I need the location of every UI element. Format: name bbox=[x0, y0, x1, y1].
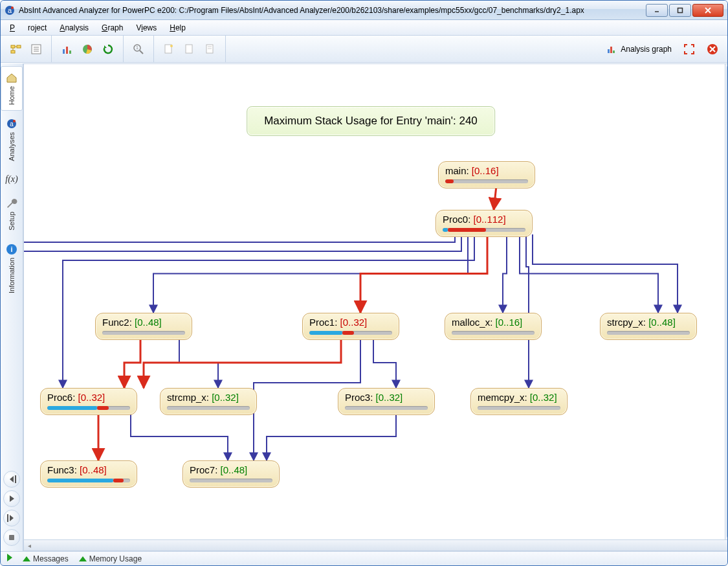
horizontal-scrollbar[interactable]: ◂ ▸ bbox=[24, 539, 727, 550]
stack-usage-banner: Maximum Stack Usage for Entry 'main': 24… bbox=[247, 106, 495, 136]
svg-rect-29 bbox=[613, 51, 615, 53]
toolbar-zoom-icon[interactable]: 1 bbox=[129, 40, 148, 59]
minimize-button[interactable] bbox=[646, 4, 668, 17]
toolbar-open-icon[interactable] bbox=[6, 40, 25, 59]
scroll-left-icon[interactable]: ◂ bbox=[24, 541, 35, 550]
status-play-icon[interactable] bbox=[7, 554, 12, 563]
window-title: AbsInt Advanced Analyzer for PowerPC e20… bbox=[19, 6, 641, 15]
toolbar-chart-icon[interactable] bbox=[57, 40, 76, 59]
graph-node-Proc0[interactable]: Proc0: [0..112] bbox=[436, 210, 533, 237]
app-icon: a bbox=[5, 5, 15, 16]
graph-node-strcpy_x[interactable]: strcpy_x: [0..48] bbox=[600, 313, 697, 340]
media-step-fwd-button[interactable] bbox=[3, 510, 20, 526]
graph-node-Proc6[interactable]: Proc6: [0..32] bbox=[40, 388, 137, 415]
svg-rect-7 bbox=[11, 45, 15, 48]
svg-rect-23 bbox=[186, 45, 192, 53]
graph-node-strcmp_x[interactable]: strcmp_x: [0..32] bbox=[160, 388, 257, 415]
graph-node-Proc1[interactable]: Proc1: [0..32] bbox=[302, 313, 399, 340]
side-tabs: Home a Analyses f(x) Setup i Information bbox=[1, 63, 23, 551]
vertical-scrollbar[interactable] bbox=[725, 64, 727, 539]
toolbar-fullscreen-icon[interactable] bbox=[679, 40, 699, 59]
status-memory-usage[interactable]: Memory Usage bbox=[79, 554, 142, 563]
svg-point-35 bbox=[13, 120, 16, 122]
graph-node-Proc7[interactable]: Proc7: [0..48] bbox=[182, 460, 280, 488]
toolbar-page1-icon[interactable] bbox=[159, 40, 179, 59]
side-tab-setup[interactable]: Setup bbox=[1, 192, 23, 236]
toolbar-close-icon[interactable] bbox=[703, 40, 722, 59]
svg-text:i: i bbox=[10, 245, 12, 253]
graph-node-Func3[interactable]: Func3: [0..48] bbox=[40, 460, 137, 488]
media-step-back-button[interactable] bbox=[3, 471, 20, 488]
graph-node-main[interactable]: main: [0..16] bbox=[438, 161, 535, 188]
menu-help[interactable]: Help bbox=[163, 21, 192, 34]
status-messages[interactable]: Messages bbox=[23, 554, 69, 563]
graph-canvas[interactable]: Maximum Stack Usage for Entry 'main': 24… bbox=[23, 63, 727, 551]
graph-node-memcpy_x[interactable]: memcpy_x: [0..32] bbox=[470, 388, 568, 415]
svg-line-19 bbox=[140, 51, 143, 54]
toolbar-page3-icon[interactable] bbox=[201, 40, 220, 59]
menu-analysis[interactable]: Analysis bbox=[53, 21, 95, 34]
menu-views[interactable]: Views bbox=[129, 21, 163, 34]
toolbar-refresh-icon[interactable] bbox=[98, 40, 118, 59]
fx-icon: f(x) bbox=[5, 174, 17, 185]
svg-rect-14 bbox=[63, 49, 65, 54]
analysis-icon: a bbox=[6, 118, 17, 130]
scroll-right-icon[interactable]: ▸ bbox=[725, 541, 727, 550]
toolbar-page2-icon[interactable] bbox=[180, 40, 199, 59]
side-tab-analyses[interactable]: a Analyses bbox=[1, 112, 23, 167]
svg-rect-4 bbox=[678, 8, 683, 12]
media-stop-button[interactable] bbox=[3, 529, 20, 546]
menu-graph[interactable]: Graph bbox=[95, 21, 129, 34]
svg-point-2 bbox=[11, 6, 14, 9]
svg-point-22 bbox=[170, 45, 173, 47]
svg-rect-16 bbox=[69, 51, 71, 54]
menubar: Project Analysis Graph Views Help bbox=[1, 20, 727, 36]
side-tab-home[interactable]: Home bbox=[1, 66, 23, 111]
toolbar: 1 Analysis graph bbox=[1, 36, 727, 63]
svg-text:1: 1 bbox=[136, 45, 138, 50]
info-icon: i bbox=[6, 243, 17, 255]
side-tab-fx[interactable]: f(x) bbox=[1, 168, 23, 190]
analysis-graph-label[interactable]: Analysis graph bbox=[602, 42, 676, 56]
home-icon bbox=[6, 72, 17, 84]
chart-small-icon bbox=[606, 44, 617, 54]
svg-rect-15 bbox=[66, 47, 68, 54]
close-button[interactable] bbox=[692, 4, 723, 17]
wrench-icon bbox=[6, 198, 17, 209]
statusbar: Messages Memory Usage bbox=[1, 551, 727, 565]
toolbar-list-icon[interactable] bbox=[27, 40, 46, 59]
graph-node-Proc3[interactable]: Proc3: [0..32] bbox=[338, 388, 435, 415]
media-play-button[interactable] bbox=[3, 490, 20, 507]
toolbar-pie-icon[interactable] bbox=[78, 40, 97, 59]
maximize-button[interactable] bbox=[669, 4, 691, 17]
svg-rect-9 bbox=[17, 45, 21, 48]
menu-project[interactable]: Project bbox=[3, 21, 53, 34]
graph-node-Func2[interactable]: Func2: [0..48] bbox=[95, 313, 192, 340]
side-tab-information[interactable]: i Information bbox=[1, 238, 23, 299]
svg-rect-8 bbox=[11, 51, 15, 53]
svg-rect-28 bbox=[610, 47, 612, 53]
titlebar: a AbsInt Advanced Analyzer for PowerPC e… bbox=[1, 1, 727, 20]
svg-rect-27 bbox=[608, 49, 610, 53]
graph-node-malloc_x[interactable]: malloc_x: [0..16] bbox=[445, 313, 542, 340]
